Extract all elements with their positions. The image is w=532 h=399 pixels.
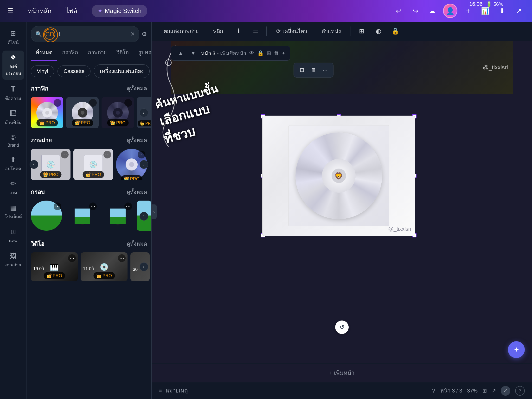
bottom-bar: ≡ หมายเหตุ ∨ หน้า 3 / 3 37% ⊞ ↗ ✓ ?: [152, 382, 532, 399]
graphic-section: กราฟิก ดูทั้งหมด ⋯: [31, 84, 147, 128]
main-layout: ⊞ ดีไซน์ ❖ องค์ประกอบ T ข้อความ 🎞 ม้วนฟิ…: [0, 22, 532, 399]
chip-vinyl[interactable]: Vinyl: [31, 65, 54, 77]
video-item-menu-1[interactable]: ⋯: [68, 254, 76, 262]
search-bar: 🔍 CD !! ✕ ⚙: [26, 22, 151, 45]
canvas-toolbar: ตกแต่งภาพถ่าย พลิก ℹ ☰ ⟳ เคลื่อนไหว ตำแห…: [152, 22, 532, 41]
magic-switch-button[interactable]: ✦ Magic Switch: [92, 5, 147, 17]
lock-icon[interactable]: 🔒: [389, 25, 401, 37]
graphic-see-all[interactable]: ดูทั้งหมด: [127, 84, 147, 93]
sel-delete-icon[interactable]: 🗑: [308, 65, 319, 75]
design-icon: ⊞: [10, 29, 16, 37]
video-item-1[interactable]: 🎹 ⋯ 19.0วิ 👑PRO: [31, 252, 78, 281]
search-filter-icon[interactable]: ⚙: [142, 31, 147, 38]
undo-button[interactable]: ↩: [392, 5, 404, 17]
graphic-item-1[interactable]: ⋯ 👑PRO: [31, 97, 63, 128]
frame-item-menu-1[interactable]: ⋯: [54, 203, 61, 210]
avatar[interactable]: 👤: [443, 4, 457, 18]
tab-shape[interactable]: รูปทรง: [134, 45, 152, 61]
page-copy-icon[interactable]: ⊞: [267, 50, 271, 56]
move-button[interactable]: ⟳ เคลื่อนไหว: [271, 25, 312, 38]
add-page-button[interactable]: + เพิ่มหน้า: [152, 364, 532, 382]
tab-photo[interactable]: ภาพถ่าย: [83, 45, 112, 61]
page-nav-up[interactable]: ▲: [176, 48, 186, 58]
graphic-section-header: กราฟิก ดูทั้งหมด: [31, 84, 147, 93]
item-menu-icon-3[interactable]: ⋯: [124, 99, 132, 107]
cloud-button[interactable]: ☁: [426, 5, 438, 17]
video-section-title: วิดีโอ: [31, 239, 44, 249]
frame-see-all[interactable]: ดูทั้งหมด: [127, 188, 147, 196]
photo-item-menu-2[interactable]: ⋯: [103, 151, 111, 158]
frame-item-3[interactable]: ♥ ⋯: [102, 201, 134, 232]
flip-button[interactable]: พลิก: [208, 25, 228, 38]
page-eye-icon[interactable]: 👁: [249, 50, 254, 56]
sel-more-icon[interactable]: ⋯: [320, 65, 330, 75]
sidebar-item-film[interactable]: 🎞 ม้วนฟิล์ม: [2, 107, 24, 129]
photo-item-menu-3[interactable]: ⋯: [138, 151, 145, 158]
expand-icon[interactable]: ↗: [492, 388, 496, 394]
photo-pro-badge-2: 👑PRO: [83, 171, 104, 178]
canvas-area[interactable]: ▲ ▼ หน้า 3 - เพิ่มชื่อหน้า 👁 🔒 ⊞ 🗑 + ⊞ 🗑…: [152, 41, 532, 382]
status-info: 16:06 🔋 56%: [469, 0, 503, 8]
page-nav-down[interactable]: ▼: [188, 48, 198, 58]
done-icon[interactable]: ✓: [501, 386, 510, 396]
chip-cassette[interactable]: Cassette: [58, 65, 90, 77]
sidebar-item-draw[interactable]: ✏ วาด: [2, 177, 24, 199]
chip-player[interactable]: เครื่องเล่นแผ่นเสียง: [94, 64, 150, 78]
graphic-item-2[interactable]: ⋯ 👑PRO: [66, 97, 99, 128]
tab-graphic[interactable]: กราฟิก: [57, 45, 83, 61]
collapse-panel-button[interactable]: ‹: [152, 204, 157, 219]
info-icon[interactable]: ℹ: [233, 25, 245, 37]
rotate-handle[interactable]: ↺: [335, 321, 349, 334]
page-delete-icon[interactable]: 🗑: [274, 50, 279, 56]
page-lock-icon[interactable]: 🔒: [257, 50, 264, 56]
share-button[interactable]: ↗: [513, 5, 525, 17]
nav-file[interactable]: ไฟล์: [59, 4, 84, 18]
sel-copy-icon[interactable]: ⊞: [297, 65, 307, 75]
sidebar-item-apps[interactable]: ⊞ แอพ: [2, 225, 24, 247]
sidebar-item-elements[interactable]: ❖ องค์ประกอบ: [2, 51, 24, 80]
sidebar-item-text[interactable]: T ข้อความ: [2, 82, 24, 105]
graphic-item-3[interactable]: ⋯ 👑PRO: [102, 97, 134, 128]
sidebar-item-brand[interactable]: © Brand: [2, 131, 24, 151]
search-clear-icon[interactable]: ✕: [130, 31, 135, 37]
menu-icon-canvas[interactable]: ☰: [250, 25, 262, 37]
frame-item-2[interactable]: ♥ ⋯: [66, 201, 99, 232]
grid-view-icon[interactable]: ⊞: [482, 388, 487, 394]
video-item-menu-2[interactable]: ⋯: [118, 254, 126, 262]
graphic-next-arrow[interactable]: ›: [140, 108, 148, 117]
item-menu-icon-2[interactable]: ⋯: [89, 99, 97, 107]
transparency-icon[interactable]: ◐: [372, 25, 385, 37]
page-add-icon[interactable]: +: [282, 50, 285, 56]
nav-home[interactable]: หน้าหลัก: [20, 4, 59, 18]
video-next-arrow[interactable]: ›: [140, 262, 148, 271]
photo-item-2[interactable]: 💿 ⋯ 👑PRO: [73, 149, 113, 180]
photo-prev-arrow[interactable]: ‹: [30, 160, 38, 169]
edit-photo-button[interactable]: ตกแต่งภาพถ่าย: [159, 25, 204, 38]
page-collapse-icon[interactable]: ∨: [432, 388, 436, 394]
video-see-all[interactable]: ดูทั้งหมด: [127, 240, 147, 248]
magic-fab-button[interactable]: ✦: [508, 341, 525, 358]
photo-item-menu-1[interactable]: ⋯: [61, 151, 69, 158]
tab-video[interactable]: วิดีโอ: [112, 45, 134, 61]
frame-item-menu-2[interactable]: ⋯: [89, 203, 97, 210]
position-button[interactable]: ตำแหน่ง: [317, 25, 346, 38]
redo-button[interactable]: ↪: [409, 5, 421, 17]
sidebar-item-photos[interactable]: 🖼 ภาพถ่าย: [2, 249, 24, 271]
sidebar-item-design[interactable]: ⊞ ดีไซน์: [2, 26, 24, 49]
frame-item-1[interactable]: ⋯: [31, 201, 63, 232]
menu-icon[interactable]: ☰: [7, 7, 13, 15]
panel-scroll[interactable]: กราฟิก ดูทั้งหมด ⋯: [26, 81, 151, 399]
photo-see-all[interactable]: ดูทั้งหมด: [127, 136, 147, 144]
help-icon[interactable]: ?: [515, 386, 525, 396]
sidebar-item-upload[interactable]: ⬆ อัปโหลด: [2, 153, 24, 175]
cd-case-container[interactable]: 🦁 @_tixxlsri: [262, 116, 415, 236]
photo-next-arrow[interactable]: ›: [140, 160, 148, 169]
item-menu-icon-1[interactable]: ⋯: [54, 99, 61, 107]
frame-item-menu-3[interactable]: ⋯: [124, 203, 132, 210]
sidebar-item-projects[interactable]: ▦ โปรเจ็คต์: [2, 201, 24, 223]
tab-all[interactable]: ทั้งหมด: [31, 45, 57, 61]
video-item-2[interactable]: 💿 ⋯ 11.0วิ 👑PRO: [81, 252, 128, 281]
grid-icon-canvas[interactable]: ⊞: [356, 25, 368, 37]
frame-next-arrow[interactable]: ›: [140, 212, 148, 221]
notes-label[interactable]: หมายเหตุ: [166, 386, 188, 395]
